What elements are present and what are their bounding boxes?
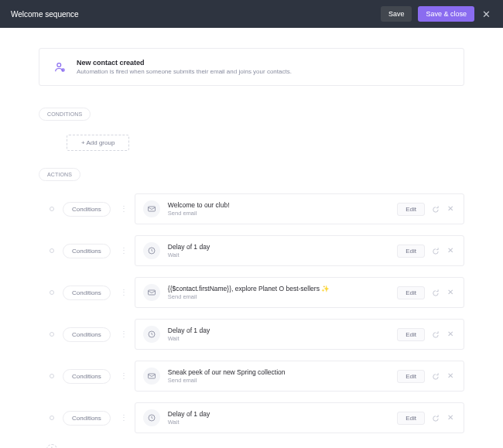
svg-point-0 <box>57 63 61 67</box>
card-subtitle: Send email <box>168 210 397 217</box>
card-subtitle: Wait <box>168 251 397 258</box>
card-body: {{$contact.firstName}}, explore Planet O… <box>168 285 397 300</box>
card-body: Sneak peek of our new Spring collectionS… <box>168 368 397 384</box>
close-icon[interactable]: ✕ <box>481 9 492 19</box>
action-card: Welcome to our club!Send emailEdit✕ <box>135 193 464 224</box>
save-close-button[interactable]: Save & close <box>418 6 474 22</box>
card-title: Delay of 1 day <box>168 410 397 418</box>
card-body: Delay of 1 dayWait <box>168 410 397 426</box>
card-actions: Edit✕ <box>397 328 456 341</box>
edit-button[interactable]: Edit <box>397 203 425 216</box>
actions-flow: Conditions⋮Welcome to our club!Send emai… <box>39 193 464 433</box>
save-button[interactable]: Save <box>381 6 412 22</box>
duplicate-icon[interactable] <box>429 412 440 423</box>
drag-handle-icon[interactable]: ⋮ <box>120 372 128 380</box>
delete-icon[interactable]: ✕ <box>445 203 456 214</box>
trigger-text: New contact created Automation is fired … <box>77 59 292 75</box>
card-actions: Edit✕ <box>397 245 456 258</box>
duplicate-icon[interactable] <box>429 245 440 256</box>
action-step: Conditions⋮Sneak peek of our new Spring … <box>39 361 464 392</box>
card-title: Delay of 1 day <box>168 327 397 334</box>
card-subtitle: Send email <box>168 377 397 384</box>
delete-icon[interactable]: ✕ <box>445 287 456 298</box>
action-step: Conditions⋮Delay of 1 dayWaitEdit✕ <box>39 319 464 350</box>
trigger-card: New contact created Automation is fired … <box>39 48 464 86</box>
duplicate-icon[interactable] <box>429 329 440 340</box>
edit-button[interactable]: Edit <box>397 245 425 258</box>
drag-handle-icon[interactable]: ⋮ <box>120 247 128 255</box>
step-connector-dot <box>50 332 54 337</box>
action-card: {{$contact.firstName}}, explore Planet O… <box>135 277 464 308</box>
duplicate-icon[interactable] <box>429 203 440 214</box>
drag-handle-icon[interactable]: ⋮ <box>120 289 128 296</box>
clock-icon <box>143 326 160 343</box>
trigger-desc: Automation is fired when someone submits… <box>77 68 292 75</box>
action-card: Delay of 1 dayWaitEdit✕ <box>135 319 464 350</box>
card-body: Welcome to our club!Send email <box>168 201 397 217</box>
edit-button[interactable]: Edit <box>397 286 425 299</box>
clock-icon <box>143 409 160 426</box>
conditions-section: CONDITIONS + Add group <box>39 108 464 151</box>
card-actions: Edit✕ <box>397 286 456 299</box>
card-body: Delay of 1 dayWait <box>168 243 397 258</box>
delete-icon[interactable]: ✕ <box>445 245 456 256</box>
step-conditions-button[interactable]: Conditions <box>63 327 111 342</box>
action-step: Conditions⋮Delay of 1 dayWaitEdit✕ <box>39 235 464 266</box>
action-step: Conditions⋮{{$contact.firstName}}, explo… <box>39 277 464 308</box>
mail-icon <box>143 368 160 385</box>
action-step: Conditions⋮Welcome to our club!Send emai… <box>39 193 464 224</box>
mail-icon <box>143 200 160 217</box>
drag-handle-icon[interactable]: ⋮ <box>120 330 128 338</box>
edit-button[interactable]: Edit <box>397 370 425 383</box>
duplicate-icon[interactable] <box>429 371 440 381</box>
conditions-label: CONDITIONS <box>39 108 91 121</box>
add-group-button[interactable]: + Add group <box>67 135 129 151</box>
card-subtitle: Send email <box>168 293 397 300</box>
card-title: Delay of 1 day <box>168 243 397 251</box>
drag-handle-icon[interactable]: ⋮ <box>120 414 128 422</box>
step-connector-dot <box>50 290 54 295</box>
card-actions: Edit✕ <box>397 203 456 216</box>
mail-icon <box>143 284 160 301</box>
step-connector-dot <box>50 207 54 211</box>
clock-icon <box>143 242 160 259</box>
delete-icon[interactable]: ✕ <box>445 371 456 381</box>
delete-icon[interactable]: ✕ <box>445 329 456 340</box>
delete-icon[interactable]: ✕ <box>445 412 456 423</box>
card-body: Delay of 1 dayWait <box>168 327 397 342</box>
card-actions: Edit✕ <box>397 370 456 383</box>
action-card: Delay of 1 dayWaitEdit✕ <box>135 235 464 266</box>
user-plus-icon <box>52 60 67 75</box>
action-card: Delay of 1 dayWaitEdit✕ <box>135 402 464 433</box>
step-conditions-button[interactable]: Conditions <box>63 202 111 217</box>
header-actions: Save Save & close ✕ <box>381 6 492 22</box>
edit-button[interactable]: Edit <box>397 328 425 341</box>
header-bar: Welcome sequence Save Save & close ✕ <box>0 0 503 28</box>
step-connector-dot <box>50 374 54 378</box>
trigger-title: New contact created <box>77 59 292 67</box>
step-connector-dot <box>50 416 54 420</box>
action-card: Sneak peek of our new Spring collectionS… <box>135 361 464 392</box>
step-conditions-button[interactable]: Conditions <box>63 369 111 384</box>
step-conditions-button[interactable]: Conditions <box>63 286 111 300</box>
step-conditions-button[interactable]: Conditions <box>63 244 111 258</box>
action-step: Conditions⋮Delay of 1 dayWaitEdit✕ <box>39 402 464 433</box>
card-title: Sneak peek of our new Spring collection <box>168 368 397 376</box>
page-title: Welcome sequence <box>11 10 79 19</box>
canvas: New contact created Automation is fired … <box>0 28 503 448</box>
actions-section: ACTIONS Conditions⋮Welcome to our club!S… <box>39 168 464 448</box>
add-step-button[interactable]: + <box>46 444 57 448</box>
edit-button[interactable]: Edit <box>397 412 425 425</box>
card-actions: Edit✕ <box>397 412 456 425</box>
card-title: {{$contact.firstName}}, explore Planet O… <box>168 285 397 292</box>
step-conditions-button[interactable]: Conditions <box>63 411 111 426</box>
actions-label: ACTIONS <box>39 168 80 181</box>
duplicate-icon[interactable] <box>429 287 440 298</box>
step-connector-dot <box>50 248 54 253</box>
card-title: Welcome to our club! <box>168 201 397 209</box>
card-subtitle: Wait <box>168 335 397 342</box>
drag-handle-icon[interactable]: ⋮ <box>120 205 128 213</box>
card-subtitle: Wait <box>168 419 397 426</box>
